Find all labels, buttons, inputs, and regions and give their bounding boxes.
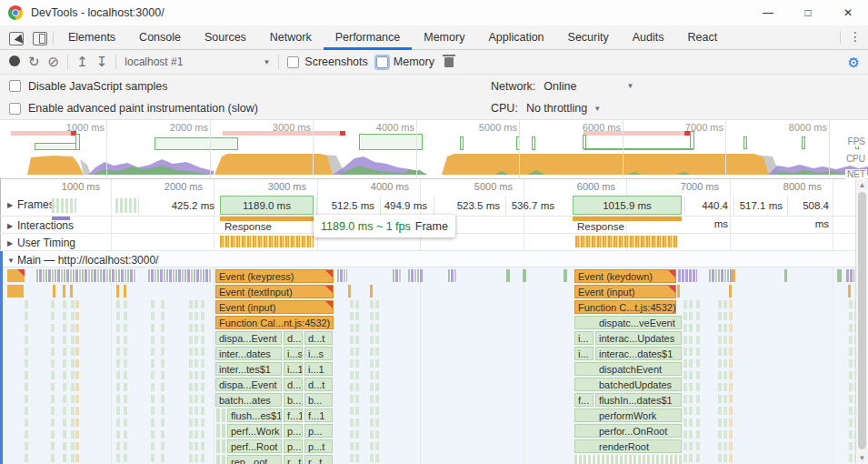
- flame-call[interactable]: dispatchEvent: [574, 362, 682, 376]
- tab-security[interactable]: Security: [556, 25, 621, 50]
- network-select[interactable]: Online: [544, 80, 576, 93]
- main-track-toggle[interactable]: ▼Main — http://localhost:3000/: [7, 254, 158, 267]
- minimize-button[interactable]: —: [748, 0, 788, 25]
- flame-call[interactable]: p...: [304, 424, 333, 438]
- disable-js-checkbox[interactable]: [9, 80, 21, 92]
- flame-call[interactable]: flushIn...dates$1: [595, 393, 682, 407]
- flame-call[interactable]: i...1: [284, 362, 303, 376]
- flame-call[interactable]: i...1: [304, 362, 333, 376]
- frame-cell[interactable]: 1015.9 ms: [573, 196, 682, 215]
- tab-console[interactable]: Console: [127, 25, 193, 50]
- fps-shape: [532, 136, 535, 150]
- user-timing-bar[interactable]: [575, 236, 677, 247]
- flame-call[interactable]: renderRoot: [574, 439, 682, 453]
- reload-record-icon[interactable]: ↻: [28, 55, 40, 69]
- vertical-scrollbar[interactable]: ▲ ▼: [855, 179, 868, 464]
- screenshots-checkbox[interactable]: [287, 56, 299, 68]
- chevron-down-icon[interactable]: ▼: [626, 82, 634, 90]
- flame-call[interactable]: perfor...OnRoot: [574, 424, 682, 438]
- flame-call[interactable]: b...: [284, 393, 303, 407]
- tab-memory[interactable]: Memory: [412, 25, 476, 50]
- device-toolbar-icon[interactable]: [33, 32, 47, 45]
- flame-event[interactable]: Event (keypress): [215, 269, 334, 283]
- cpu-select[interactable]: No throttling: [526, 102, 587, 115]
- tab-elements[interactable]: Elements: [56, 25, 127, 50]
- tab-performance[interactable]: Performance: [324, 25, 413, 50]
- flame-call[interactable]: f...1: [304, 409, 333, 422]
- record-button[interactable]: [9, 55, 20, 69]
- flame-call[interactable]: interac...dates$1: [595, 347, 682, 360]
- flame-call[interactable]: flush...es$1: [227, 409, 282, 422]
- flame-call[interactable]: d...: [284, 331, 303, 345]
- scroll-up-icon[interactable]: ▲: [856, 179, 868, 191]
- frame-cell[interactable]: 536.7 ms: [505, 197, 558, 215]
- flame-call[interactable]: i...s: [284, 347, 303, 360]
- tab-audits[interactable]: Audits: [621, 25, 676, 50]
- flame-call[interactable]: perf...Root: [227, 439, 282, 453]
- more-options-icon[interactable]: ⋮: [848, 29, 863, 44]
- flame-call[interactable]: f...1: [284, 409, 303, 422]
- flame-call[interactable]: d...: [284, 378, 303, 391]
- load-profile-icon[interactable]: ↥: [76, 55, 88, 69]
- flame-call[interactable]: d...t: [304, 331, 333, 345]
- chevron-down-icon[interactable]: ▼: [594, 105, 601, 113]
- flame-call[interactable]: i...: [574, 347, 594, 360]
- flame-event[interactable]: Event (keydown): [574, 269, 676, 283]
- flame-call[interactable]: inter...tes$1: [215, 362, 282, 376]
- flame-call[interactable]: dispa...Event: [215, 331, 282, 345]
- save-profile-icon[interactable]: ↧: [96, 55, 108, 69]
- tab-react[interactable]: React: [675, 25, 729, 50]
- advanced-paint-checkbox[interactable]: [9, 103, 21, 115]
- tab-sources[interactable]: Sources: [193, 25, 258, 50]
- flame-call[interactable]: performWork: [574, 409, 682, 422]
- flame-event[interactable]: Function C...t.js:4532): [574, 300, 676, 314]
- scroll-down-icon[interactable]: ▼: [856, 452, 868, 464]
- frame-cell[interactable]: 440.4 ms: [684, 197, 732, 215]
- inspect-element-icon[interactable]: [9, 32, 24, 45]
- flame-call[interactable]: dispa...Event: [215, 378, 282, 391]
- frame-cell[interactable]: 425.2 ms: [138, 197, 218, 215]
- flame-event[interactable]: Event (input): [215, 300, 334, 314]
- interactions-track-toggle[interactable]: ▶Interactions: [7, 219, 74, 232]
- flame-call[interactable]: p...t: [304, 439, 333, 453]
- timeline-overview[interactable]: FPS CPU NET 1000 ms2000 ms3000 ms4000 ms…: [0, 120, 868, 179]
- flame-call[interactable]: dispatc...veEvent: [574, 316, 682, 329]
- flame-call[interactable]: r...t: [284, 455, 303, 464]
- close-button[interactable]: ✕: [828, 0, 868, 25]
- flame-call[interactable]: r...t: [304, 455, 333, 464]
- flame-call[interactable]: b...: [304, 393, 333, 407]
- frame-cell[interactable]: 512.5 ms: [316, 197, 378, 215]
- frame-cell[interactable]: 508.4 ms: [787, 197, 833, 215]
- flame-call[interactable]: batchedUpdates: [574, 378, 682, 391]
- user-timing-bar[interactable]: [220, 236, 314, 247]
- flame-call[interactable]: inter...dates: [215, 347, 282, 360]
- user-timing-track-toggle[interactable]: ▶User Timing: [7, 237, 75, 249]
- tab-network[interactable]: Network: [258, 25, 324, 50]
- flame-call[interactable]: i...: [574, 331, 594, 345]
- flame-call[interactable]: perf...Work: [227, 424, 282, 438]
- frames-track-toggle[interactable]: ▶Frames: [7, 198, 55, 211]
- flame-call[interactable]: interac...Updates: [595, 331, 682, 345]
- frame-cell[interactable]: 523.5 ms: [434, 197, 504, 215]
- memory-checkbox[interactable]: [376, 56, 388, 68]
- trash-icon[interactable]: [444, 57, 454, 67]
- frame-cell[interactable]: 494.9 ms: [380, 197, 431, 215]
- flame-call[interactable]: p...: [284, 439, 303, 453]
- flame-call[interactable]: batch...ates: [215, 393, 282, 407]
- flame-call[interactable]: ren...oot: [227, 455, 282, 464]
- frame-cell[interactable]: 517.1 ms: [733, 197, 786, 215]
- frame-cell[interactable]: 1189.0 ms: [220, 196, 314, 215]
- clear-icon[interactable]: ⊘: [48, 55, 60, 69]
- gear-icon[interactable]: ⚙: [848, 55, 860, 71]
- maximize-button[interactable]: □: [788, 0, 828, 25]
- profile-select[interactable]: localhost #1 ▼: [125, 55, 270, 68]
- tab-application[interactable]: Application: [476, 25, 555, 50]
- flame-call[interactable]: p...: [284, 424, 303, 438]
- flame-event[interactable]: Function Cal...nt.js:4532): [215, 316, 334, 329]
- flame-call[interactable]: d...t: [304, 378, 333, 391]
- flame-call[interactable]: i...s: [304, 347, 333, 360]
- scrollbar-thumb[interactable]: [858, 192, 866, 449]
- flame-event[interactable]: Event (input): [574, 285, 676, 298]
- flame-call[interactable]: f...: [574, 393, 594, 407]
- flame-event[interactable]: Event (textInput): [215, 285, 334, 298]
